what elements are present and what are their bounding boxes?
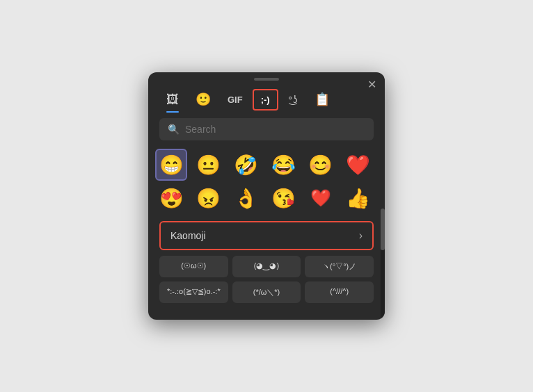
scrollbar-thumb[interactable]: [381, 209, 385, 250]
emoji-cell[interactable]: 🤣: [230, 149, 262, 181]
kaomoji-item[interactable]: ヽ(°▽°)ノ: [305, 256, 374, 277]
tab-clipboard[interactable]: 📋: [308, 88, 337, 111]
emoji-cell[interactable]: 👌: [230, 182, 262, 214]
scrollbar-track[interactable]: [381, 209, 385, 320]
emoji-cell[interactable]: 😠: [193, 182, 225, 214]
emoji-cell[interactable]: 😐: [193, 149, 225, 181]
search-bar: 🔍: [159, 118, 374, 140]
kaomoji-label: Kaomoji: [170, 230, 206, 241]
emoji-cell[interactable]: ❤️: [305, 182, 337, 214]
search-input[interactable]: [185, 124, 365, 135]
kaomoji-item[interactable]: (*/ω＼*): [232, 281, 301, 303]
tab-kaomoji[interactable]: ;-): [253, 89, 278, 111]
emoji-cell[interactable]: 😁: [155, 149, 187, 181]
tab-bar: 🖼 🙂 GIF ;-) °͜ʖ 📋: [148, 83, 385, 111]
kaomoji-item[interactable]: (◕‿◕): [232, 256, 301, 277]
tab-gif[interactable]: GIF: [221, 90, 250, 109]
drag-handle[interactable]: [148, 72, 385, 83]
emoji-cell[interactable]: ❤️: [342, 149, 374, 181]
kaomoji-item[interactable]: (^///^): [305, 281, 374, 303]
kaomoji-arrow-icon: ›: [359, 229, 363, 242]
emoji-cell[interactable]: 😊: [305, 149, 337, 181]
emoji-picker-window: ✕ 🖼 🙂 GIF ;-) °͜ʖ 📋 🔍 😁 😐 🤣 😂 😊 ❤️ 😍 😠: [148, 72, 385, 320]
kaomoji-section[interactable]: Kaomoji ›: [159, 221, 374, 250]
emoji-cell[interactable]: 😍: [155, 182, 187, 214]
emoji-cell[interactable]: 👍: [342, 182, 374, 214]
emoji-grid: 😁 😐 🤣 😂 😊 ❤️ 😍 😠 👌 😘 ❤️ 👍: [148, 146, 385, 217]
tab-sticker[interactable]: 🖼: [159, 88, 186, 111]
search-icon: 🔍: [168, 124, 180, 135]
tab-emoji[interactable]: 🙂: [189, 88, 218, 111]
emoji-cell[interactable]: 😘: [267, 182, 299, 214]
kaomoji-grid: (☉ω☉) (◕‿◕) ヽ(°▽°)ノ *:-.:o(≧▽≦)o.-:* (*/…: [148, 256, 385, 309]
tab-symbols[interactable]: °͜ʖ: [281, 90, 305, 109]
kaomoji-item[interactable]: *:-.:o(≧▽≦)o.-:*: [159, 281, 228, 303]
emoji-cell[interactable]: 😂: [267, 149, 299, 181]
close-button[interactable]: ✕: [367, 79, 376, 90]
kaomoji-item[interactable]: (☉ω☉): [159, 256, 228, 277]
